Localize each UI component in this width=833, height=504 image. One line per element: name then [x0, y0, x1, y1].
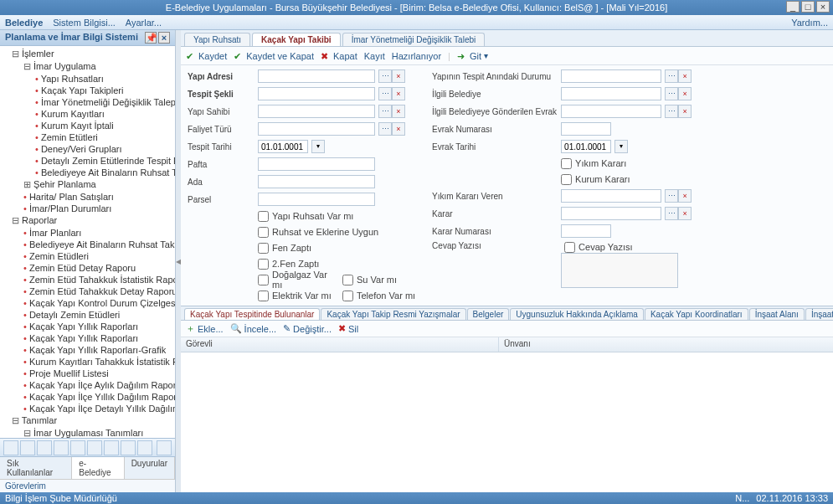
- tree-kacak-ilce-yillik[interactable]: Kaçak Yapı İlçe Yıllık Dağılım Raporu: [23, 391, 175, 403]
- sidebar-tab-duyurular[interactable]: Duyurular: [125, 457, 175, 479]
- chk-ruhsat-var[interactable]: [258, 211, 269, 222]
- tree-imar-planlari[interactable]: İmar Planları: [23, 227, 175, 239]
- lookup-yapi-tespit-durumu[interactable]: ⋯: [665, 69, 678, 83]
- lookup-karar[interactable]: ⋯: [665, 207, 678, 220]
- clear-yikim-karari-veren[interactable]: ×: [678, 189, 692, 203]
- input-tespit-sekli[interactable]: [258, 87, 375, 100]
- lookup-yapi-adresi[interactable]: ⋯: [378, 69, 392, 83]
- btn-ekle[interactable]: ＋Ekle...: [186, 322, 224, 335]
- tab-kacak-yapi-takibi[interactable]: Kaçak Yapı Takibi: [252, 33, 341, 46]
- chk-su[interactable]: [342, 275, 353, 285]
- btn-degistir[interactable]: ✎Değiştir...: [283, 323, 332, 334]
- input-yapi-sahibi[interactable]: [258, 105, 375, 118]
- tree-kacak-yillik-grafik[interactable]: Kaçak Yapı Yıllık Raporları-Grafik: [23, 344, 175, 356]
- input-parsel[interactable]: [258, 193, 375, 206]
- chk-fen-zapti[interactable]: [258, 243, 269, 254]
- minimize-button[interactable]: _: [786, 1, 800, 13]
- tree-detayli-zemin-etudleri[interactable]: Detaylı Zemin Etüdleri: [23, 309, 175, 321]
- tree-belediye-bina-ruhsat[interactable]: Belediyeye Ait Binaların Ruhsat Takipler…: [35, 167, 175, 178]
- tree-kurum-kayitlari-tahakkuk[interactable]: Kurum Kayıtları Tahakkuk İstatistik Rapo…: [23, 356, 175, 368]
- subtab-tespitte-bulunanlar[interactable]: Kaçak Yapı Tespitinde Bulunanlar: [184, 308, 320, 320]
- input-tespit-tarihi[interactable]: [258, 140, 308, 153]
- input-yapi-adresi[interactable]: [258, 69, 375, 83]
- subtab-belgeler[interactable]: Belgeler: [467, 308, 510, 320]
- subtab-uygunsuzluk-aciklama[interactable]: Uygunsuzluk Hakkında Açıklama: [510, 308, 644, 320]
- input-faaliyet-turu[interactable]: [258, 122, 375, 136]
- btn-kapat[interactable]: ✖Kapat: [321, 51, 357, 61]
- tree-raporlar[interactable]: Raporlar: [12, 214, 175, 227]
- lookup-tespit-sekli[interactable]: ⋯: [378, 87, 392, 100]
- tab-yapi-ruhsati[interactable]: Yapı Ruhsatı: [184, 33, 250, 46]
- input-yapi-tespit-durumu[interactable]: [561, 69, 661, 83]
- clear-ilgili-gonderilen[interactable]: ×: [678, 105, 692, 118]
- lookup-ilgili-gonderilen[interactable]: ⋯: [665, 105, 678, 118]
- tree-yapi-ruhsatlari[interactable]: Yapı Ruhsatları: [35, 73, 175, 85]
- sidebar-tbtn-5[interactable]: [70, 440, 85, 455]
- subtab-resmi-yazismalar[interactable]: Kaçak Yapı Takip Resmi Yazışmalar: [321, 308, 465, 320]
- clear-yapi-adresi[interactable]: ×: [392, 69, 405, 83]
- tree-detayli-zemin-deney[interactable]: Detaylı Zemin Etütlerinde Tespit Edilece…: [35, 155, 175, 167]
- subtab-insaat-alani[interactable]: İnşaat Alanı: [749, 308, 805, 320]
- sidebar-tbtn-3[interactable]: [37, 440, 52, 455]
- dd-evrak-tarihi[interactable]: ▾: [614, 140, 628, 153]
- tree-kurum-kayit-iptali[interactable]: Kurum Kayıt İptali: [35, 120, 175, 131]
- tree-kacak-yillik2[interactable]: Kaçak Yapı Yıllık Raporları: [23, 332, 175, 344]
- tree-imar-yon-deg[interactable]: İmar Yönetmeliği Değişiklik Talepleri: [35, 96, 175, 108]
- tree-zemin-etud-tahakkuk-detay[interactable]: Zemin Etüd Tahakkuk Detay Raporu: [23, 285, 175, 297]
- tree-kacak-yapi-takipleri[interactable]: Kaçak Yapı Takipleri: [35, 85, 175, 96]
- close-button[interactable]: ×: [816, 1, 830, 13]
- tree-harita-plan[interactable]: Harita/ Plan Satışları: [23, 191, 175, 203]
- chk-elektrik[interactable]: [258, 291, 269, 301]
- sidebar-tbtn-6[interactable]: [87, 440, 102, 455]
- clear-yapi-tespit-durumu[interactable]: ×: [678, 69, 692, 83]
- input-evrak-numarasi[interactable]: [561, 122, 611, 136]
- tree-zemin-etudleri-r[interactable]: Zemin Etüdleri: [23, 250, 175, 262]
- sidebar-tbtn-7[interactable]: [104, 440, 119, 455]
- tab-imar-yon-deg-talebi[interactable]: İmar Yönetmeliği Değişiklik Talebi: [342, 33, 486, 46]
- btn-kaydet[interactable]: ✔Kaydet: [186, 51, 227, 61]
- clear-karar[interactable]: ×: [678, 207, 692, 220]
- tree-islemler[interactable]: İşlemler: [12, 48, 175, 60]
- dd-tespit-tarihi[interactable]: ▾: [311, 140, 325, 153]
- subtab-malzeme-firmalar[interactable]: İnşaat Malzemelerinin Alındığı Firmalar: [805, 308, 833, 320]
- lookup-ilgili-belediye[interactable]: ⋯: [665, 87, 678, 100]
- sidebar-close-icon[interactable]: ×: [158, 32, 170, 44]
- input-ada[interactable]: [258, 175, 375, 188]
- tree-kacak-yillik[interactable]: Kaçak Yapı Yıllık Raporları: [23, 321, 175, 332]
- sidebar-gorevlerim[interactable]: Görevlerim: [0, 479, 175, 492]
- input-karar[interactable]: [561, 207, 661, 220]
- tree-kacak-ilce-aylik[interactable]: Kaçak Yapı İlçe Aylık Dağılım Raporu: [23, 379, 175, 391]
- chk-kurum-karari[interactable]: [561, 174, 572, 185]
- clear-yapi-sahibi[interactable]: ×: [392, 105, 405, 118]
- tree-kurum-kayitlari[interactable]: Kurum Kayıtları: [35, 108, 175, 120]
- sidebar-tbtn-right[interactable]: [157, 440, 172, 455]
- clear-faaliyet-turu[interactable]: ×: [392, 122, 405, 136]
- tree-sehir-planlama[interactable]: Şehir Planlama: [23, 178, 175, 191]
- tree-belediye-bina-rapor[interactable]: Belediyeye Ait Binaların Ruhsat Takipler…: [23, 239, 175, 250]
- chk-dogalgaz[interactable]: [258, 275, 269, 285]
- tree-zemin-etud-tahakkuk-ist[interactable]: Zemin Etüd Tahakkuk İstatistik Raporları: [23, 274, 175, 285]
- nav-tree[interactable]: İşlemler İmar Uygulama Yapı Ruhsatları K…: [0, 46, 175, 438]
- sidebar-tbtn-8[interactable]: [121, 440, 136, 455]
- sidebar-tbtn-1[interactable]: [3, 440, 18, 455]
- sidebar-tbtn-2[interactable]: [20, 440, 35, 455]
- menu-yardim[interactable]: Yardım...: [791, 18, 828, 28]
- btn-incele[interactable]: 🔍İncele...: [230, 323, 277, 334]
- chk-yikim-karari[interactable]: [561, 158, 572, 169]
- sidebar-tbtn-9[interactable]: [137, 440, 152, 455]
- sidebar-tbtn-4[interactable]: [54, 440, 69, 455]
- input-ilgili-belediye[interactable]: [561, 87, 661, 100]
- btn-git[interactable]: ➜Git ▾: [457, 51, 488, 61]
- tree-tanimlar[interactable]: Tanımlar: [12, 414, 175, 427]
- tree-imar-uygulama[interactable]: İmar Uygulama: [23, 60, 175, 73]
- lookup-yikim-karari-veren[interactable]: ⋯: [665, 189, 678, 203]
- btn-sil[interactable]: ✖Sil: [338, 323, 358, 334]
- grid-col-unvani[interactable]: Ünvanı: [499, 337, 833, 352]
- tree-proje-muellif[interactable]: Proje Muellif Listesi: [23, 368, 175, 379]
- input-pafta[interactable]: [258, 157, 375, 171]
- sidebar-tab-ebelediye[interactable]: e-Belediye: [72, 457, 124, 479]
- input-karar-numarasi[interactable]: [561, 224, 611, 238]
- chk-telefon[interactable]: [342, 291, 353, 301]
- chk-2fen-zapti[interactable]: [258, 259, 269, 270]
- grid[interactable]: Görevli Ünvanı: [181, 337, 833, 492]
